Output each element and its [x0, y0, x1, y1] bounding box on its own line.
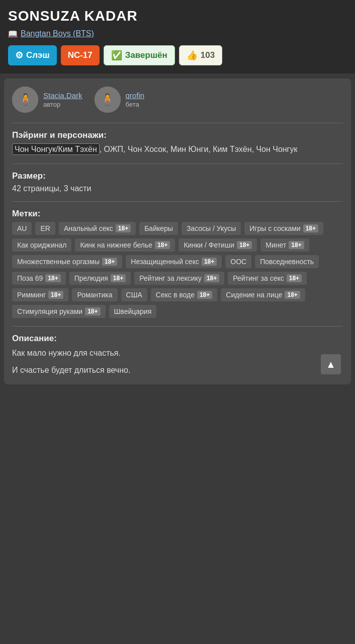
description-line: И счастье будет длиться вечно.	[12, 364, 343, 377]
tag-age-badge: 18+	[303, 224, 318, 232]
tag-text: ООС	[230, 258, 246, 266]
tag-item[interactable]: Стимуляция руками18+	[12, 305, 106, 318]
tag-text: Игры с сосками	[249, 224, 300, 232]
book-icon: 📖	[8, 29, 18, 38]
tag-age-badge: 18+	[204, 274, 219, 282]
tag-age-badge: 18+	[48, 291, 63, 299]
tag-text: Прелюдия	[74, 274, 108, 282]
completed-badge[interactable]: ✅ Завершён	[104, 45, 175, 65]
tag-text: AU	[17, 224, 27, 232]
page-title: SONSUZA KADAR	[8, 8, 347, 24]
tag-item[interactable]: Множественные оргазмы18+	[12, 255, 122, 268]
tag-item[interactable]: Рейтинг за секс18+	[228, 272, 307, 285]
divider-3	[12, 201, 343, 202]
thumbsup-icon: 👍	[187, 50, 198, 61]
tag-item[interactable]: Повседневность	[255, 255, 319, 268]
tag-text: Кинк на нижнее белье	[80, 241, 152, 249]
tags-label: Метки:	[12, 209, 343, 219]
pairing-rest: , ОЖП, Чон Хосок, Мин Юнги, Ким Тэхён, Ч…	[100, 145, 298, 153]
content-card: 🧍 Stacia.Dark автор 🧍 qrofin бета Пэйрин…	[4, 78, 351, 384]
tag-item[interactable]: Романтика	[72, 288, 117, 301]
tag-item[interactable]: Рейтинг за лексику18+	[134, 272, 224, 285]
tag-age-badge: 18+	[116, 224, 131, 232]
tag-text: США	[126, 291, 142, 299]
tag-age-badge: 18+	[285, 291, 300, 299]
tag-item[interactable]: Кинк на нижнее белье18+	[75, 238, 175, 252]
author-info-2: qrofin бета	[126, 91, 145, 109]
fandom-link[interactable]: 📖 Bangtan Boys (BTS)	[8, 29, 347, 38]
scroll-top-button[interactable]: ▲	[321, 354, 341, 374]
tag-text: Анальный секс	[64, 224, 113, 232]
tag-text: Засосы / Укусы	[187, 224, 236, 232]
author-role-1: автор	[43, 101, 60, 108]
tag-text: Рейтинг за секс	[233, 274, 284, 282]
author-link-1[interactable]: Stacia.Dark	[43, 91, 82, 100]
tag-age-badge: 18+	[237, 241, 252, 249]
tag-text: Байкеры	[144, 224, 173, 232]
slash-badge[interactable]: ⚙ Слэш	[8, 45, 57, 65]
tag-text: Римминг	[17, 291, 46, 299]
pairing-highlighted: Чон Чонгук/Ким Тэхён	[12, 143, 100, 155]
page-header: SONSUZA KADAR 📖 Bangtan Boys (BTS) ⚙ Слэ…	[0, 0, 355, 73]
tag-item[interactable]: AU	[12, 222, 32, 235]
tag-age-badge: 18+	[289, 241, 304, 249]
tag-age-badge: 18+	[85, 307, 100, 315]
tag-text: Незащищенный секс	[131, 258, 199, 266]
tag-text: Кинки / Фетиши	[184, 241, 234, 249]
tag-text: Множественные оргазмы	[17, 258, 100, 266]
divider-4	[12, 326, 343, 327]
tag-item[interactable]: ER	[35, 222, 55, 235]
likes-badge[interactable]: 👍 103	[179, 45, 222, 65]
author-avatar-1: 🧍	[12, 87, 38, 113]
tag-text: Минет	[265, 241, 286, 249]
slash-icon: ⚙	[15, 50, 23, 61]
tag-item[interactable]: Игры с сосками18+	[244, 222, 323, 235]
divider-1	[12, 123, 343, 123]
tag-item[interactable]: Римминг18+	[12, 288, 68, 301]
tag-text: Повседневность	[260, 258, 314, 266]
tag-item[interactable]: Кинки / Фетиши18+	[179, 238, 257, 252]
tag-item[interactable]: Секс в воде18+	[151, 288, 217, 301]
pairing-text: Чон Чонгук/Ким Тэхён, ОЖП, Чон Хосок, Ми…	[12, 143, 343, 155]
authors-row: 🧍 Stacia.Dark автор 🧍 qrofin бета	[12, 87, 343, 113]
author-info-1: Stacia.Dark автор	[43, 91, 82, 109]
size-label: Размер:	[12, 171, 343, 181]
tag-text: Сидение на лице	[226, 291, 282, 299]
badges-row: ⚙ Слэш NC-17 ✅ Завершён 👍 103	[8, 45, 347, 65]
tag-item[interactable]: Засосы / Укусы	[182, 222, 241, 235]
author-item-1: 🧍 Stacia.Dark автор	[12, 87, 82, 113]
tag-item[interactable]: Швейцария	[109, 305, 157, 318]
tag-age-badge: 18+	[202, 258, 217, 266]
tag-item[interactable]: Байкеры	[139, 222, 178, 235]
description-label: Описание:	[12, 334, 343, 344]
divider-2	[12, 164, 343, 164]
tag-item[interactable]: Как ориджинал	[12, 238, 71, 252]
tag-text: Рейтинг за лексику	[139, 274, 202, 282]
author-role-2: бета	[126, 101, 139, 108]
size-value: 42 страницы, 3 части	[12, 184, 343, 193]
tag-item[interactable]: Поза 6918+	[12, 272, 66, 285]
tag-age-badge: 18+	[197, 291, 212, 299]
author-link-2[interactable]: qrofin	[126, 91, 145, 100]
tag-age-badge: 18+	[102, 258, 117, 266]
tag-text: Швейцария	[114, 307, 152, 315]
check-icon: ✅	[111, 50, 122, 61]
description-text: Как мало нужно для счастья.И счастье буд…	[12, 347, 343, 376]
tag-age-badge: 18+	[111, 274, 126, 282]
tag-item[interactable]: Незащищенный секс18+	[126, 255, 222, 268]
nc17-badge[interactable]: NC-17	[61, 45, 100, 65]
tag-item[interactable]: Прелюдия18+	[69, 272, 131, 285]
tags-container: AUERАнальный секс18+БайкерыЗасосы / Укус…	[12, 222, 343, 318]
author-item-2: 🧍 qrofin бета	[95, 87, 145, 113]
tag-text: Стимуляция руками	[17, 307, 82, 315]
tag-text: Романтика	[77, 291, 112, 299]
pairing-label: Пэйринг и персонажи:	[12, 130, 343, 140]
author-avatar-2: 🧍	[95, 87, 121, 113]
tag-item[interactable]: США	[121, 288, 147, 301]
tag-text: Секс в воде	[156, 291, 195, 299]
tag-item[interactable]: Анальный секс18+	[59, 222, 136, 235]
tag-item[interactable]: Сидение на лице18+	[221, 288, 305, 301]
tag-item[interactable]: ООС	[225, 255, 251, 268]
tag-age-badge: 18+	[287, 274, 302, 282]
tag-item[interactable]: Минет18+	[260, 238, 309, 252]
